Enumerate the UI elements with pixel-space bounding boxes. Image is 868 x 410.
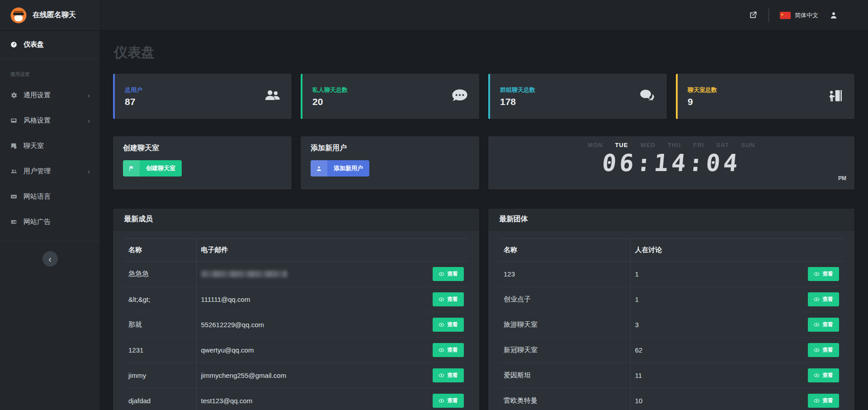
group-row: 新冠聊天室62查看 [499,338,844,363]
view-button[interactable]: 查看 [433,368,464,382]
sidebar-item-site-ads[interactable]: 网站广告 [0,209,100,234]
sidebar-item-user-management[interactable]: 用户管理 › [0,158,100,184]
redacted-email [201,271,287,277]
group-name: 旅游聊天室 [499,312,630,338]
clock-day: SAT [716,142,729,148]
stats-row: 总用户 87 私人聊天总数 20 群组聊天总数 178 [113,74,854,119]
view-button[interactable]: 查看 [433,267,464,281]
member-email: 552612229@qq.com [196,312,428,338]
member-row: &lt;&gt;111111@qq.com查看 [124,287,468,312]
view-button[interactable]: 查看 [433,292,464,306]
clock-time: 06:14:04 [601,149,742,176]
clock-card: MONTUEWEDTHUFRISATSUN 06:14:04 PM [488,136,854,190]
view-button[interactable]: 查看 [808,368,839,382]
group-count: 1 [630,262,803,287]
stat-card-total-users: 总用户 87 [113,74,292,119]
group-row: 1231查看 [499,262,844,287]
member-row: 1231qwertyu@qq.com查看 [124,338,468,363]
view-button[interactable]: 查看 [433,318,464,332]
stat-label: 聊天室总数 [688,86,717,94]
group-count: 1 [630,287,803,312]
dashboard-icon [10,40,18,48]
member-email [196,262,428,287]
members-table: 名称 电子邮件 急急急查看&lt;&gt;111111@qq.com查看那就55… [124,238,468,410]
sidebar-footer: ‹ [0,241,100,267]
member-row: 那就552612229@qq.com查看 [124,312,468,338]
member-email: qwertyu@qq.com [196,338,428,363]
users-group-icon [263,87,282,106]
add-user-button-label: 添加新用户 [327,160,369,176]
gear-icon [10,91,18,99]
topbar: 在线匿名聊天 简体中文 [0,0,868,31]
style-icon [10,116,18,124]
group-name: 雷欧奥特曼 [499,388,630,410]
view-button[interactable]: 查看 [808,394,839,408]
create-room-title: 创建聊天室 [123,143,282,153]
sidebar-collapse-button[interactable]: ‹ [42,251,58,267]
app-logo-icon [10,7,27,24]
eye-icon [439,347,444,353]
eye-icon [439,322,444,328]
external-link-icon[interactable] [748,10,758,20]
member-row: jimmyjimmycheng255@gmail.com查看 [124,363,468,388]
group-count: 11 [630,363,803,388]
sidebar-item-dashboard[interactable]: 仪表盘 [0,34,100,54]
view-button[interactable]: 查看 [808,267,839,281]
member-email: 111111@qq.com [196,287,428,312]
member-email: test123@qq.com [196,388,428,410]
view-button[interactable]: 查看 [433,343,464,357]
main-content: 仪表盘 总用户 87 私人聊天总数 20 [100,31,868,410]
sidebar-item-label: 用户管理 [24,167,51,176]
column-header-count: 人在讨论 [630,239,803,262]
eye-icon [814,322,820,328]
chevron-right-icon: › [88,167,90,175]
clock-day: MON [588,142,603,148]
member-email: jimmycheng255@gmail.com [196,363,428,388]
group-row: 爱因斯坦11查看 [499,363,844,388]
clock-meridiem: PM [838,175,846,181]
topbar-actions: 简体中文 [748,0,868,30]
group-row: 创业点子1查看 [499,287,844,312]
sidebar-item-general-settings[interactable]: 通用设置 › [0,82,100,108]
comment-dots-icon [450,87,469,106]
eye-icon [439,271,444,277]
sidebar-item-chatrooms[interactable]: 聊天室 [0,133,100,158]
ad-icon [10,218,18,226]
add-user-button[interactable]: 添加新用户 [311,160,369,176]
language-selector[interactable]: 简体中文 [780,11,818,19]
view-button[interactable]: 查看 [808,318,839,332]
sidebar-item-label: 仪表盘 [24,40,44,49]
create-room-button[interactable]: 创建聊天室 [123,160,182,176]
view-button[interactable]: 查看 [433,394,464,408]
user-icon [311,160,327,176]
sidebar-item-label: 网站广告 [24,218,51,226]
latest-members-card: 最新成员 名称 电子邮件 急急急查看&lt;&gt;111111@qq.com查… [113,209,479,410]
sidebar-item-site-language[interactable]: 网站语言 [0,184,100,209]
column-header-name: 名称 [499,239,630,262]
member-name: 那就 [124,312,196,338]
chevron-right-icon: › [88,91,90,99]
column-header-email: 电子邮件 [196,239,428,262]
member-name: &lt;&gt; [124,287,196,312]
view-button[interactable]: 查看 [808,343,839,357]
sidebar: 仪表盘 通用设置 通用设置 › 风格设置 › [0,31,100,410]
clock-days: MONTUEWEDTHUFRISATSUN [588,142,755,148]
user-icon[interactable] [829,11,838,20]
stat-value: 20 [312,96,348,107]
eye-icon [814,271,820,277]
stat-value: 9 [688,96,717,107]
actions-row: 创建聊天室 创建聊天室 添加新用户 添加新用户 MONTUE [113,136,854,190]
eye-icon [814,372,820,378]
sidebar-item-label: 通用设置 [24,91,51,100]
member-name: 1231 [124,338,196,363]
sidebar-item-label: 网站语言 [24,192,51,201]
stat-label: 私人聊天总数 [312,86,348,94]
view-button[interactable]: 查看 [808,292,839,306]
eye-icon [814,296,820,302]
group-row: 雷欧奥特曼10查看 [499,388,844,410]
member-row: djafdadtest123@qq.com查看 [124,388,468,410]
chat-icon [10,142,18,150]
sidebar-item-style-settings[interactable]: 风格设置 › [0,108,100,133]
door-open-icon [826,87,844,106]
app-brand[interactable]: 在线匿名聊天 [0,0,100,30]
